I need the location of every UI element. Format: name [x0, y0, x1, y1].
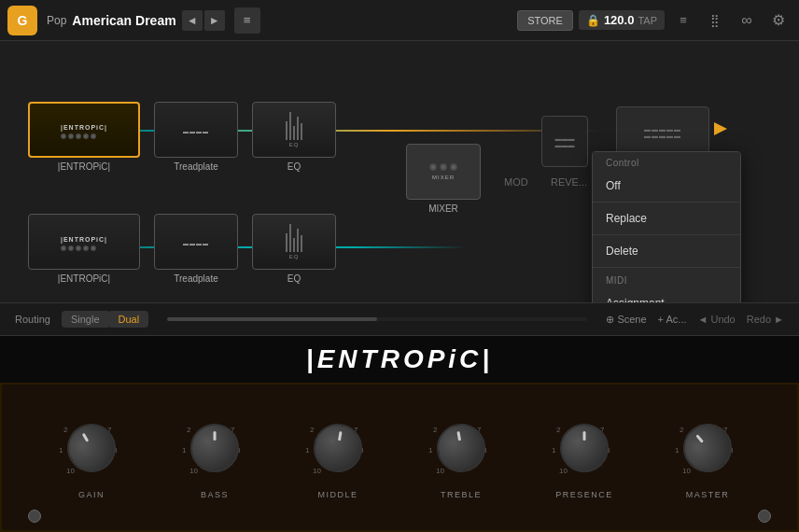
routing-label: Routing: [15, 314, 50, 325]
svg-text:1: 1: [59, 446, 63, 455]
lock-icon: 🔒: [586, 14, 600, 27]
svg-text:10: 10: [313, 467, 321, 475]
reverb-label: REVE...: [551, 176, 587, 188]
signal-chain: |ENTROPiC| |ENTROPiC| ▬▬▬▬ Treadplate: [0, 41, 799, 302]
master-knob-scale: 2 7 1 8 10: [675, 415, 740, 481]
routing-slider[interactable]: [167, 317, 587, 321]
entropic-top-label: |ENTROPiC|: [58, 161, 110, 172]
gain-knob-group: 2 7 1 8 10 GAIN: [59, 415, 124, 499]
gain-label: GAIN: [78, 490, 105, 499]
ctx-divider-3: [593, 267, 740, 268]
entropic-bot-label: |ENTROPiC|: [58, 273, 110, 284]
add-button[interactable]: + Ac...: [658, 314, 687, 325]
next-preset-button[interactable]: ►: [204, 10, 225, 31]
mixer-label: MIXER: [428, 203, 458, 214]
settings-button[interactable]: ⚙: [765, 7, 792, 34]
preset-nav: ◄ ►: [182, 10, 225, 31]
app-logo: G: [7, 6, 37, 35]
middle-knob-scale: 2 7 1 8 10: [305, 415, 371, 481]
menu-button[interactable]: ≡: [234, 7, 260, 34]
cab-component[interactable]: ▬▬▬▬▬▬▬▬▬▬: [616, 106, 709, 158]
bass-knob-group: 2 7 1 8 10 BASS: [182, 415, 247, 499]
single-routing-button[interactable]: Single: [62, 311, 109, 328]
svg-text:2: 2: [310, 426, 315, 434]
treble-knob-scale: 2 7 1 8 10: [428, 415, 494, 481]
eq-top-label: EQ: [287, 161, 301, 172]
store-button[interactable]: STORE: [517, 10, 573, 31]
treble-knob-group: 2 7 1 8 10 TREBLE: [428, 415, 494, 499]
master-label: MASTER: [686, 490, 730, 499]
reverb-component[interactable]: ▬▬▬▬▬▬: [541, 116, 588, 167]
presence-label: PRESENCE: [555, 490, 613, 499]
amp-knobs-area: 2 7 1 8 10 GAIN 2 7 1 8 10: [0, 383, 799, 532]
list-icon: ≡: [680, 13, 687, 27]
entropic-bot[interactable]: |ENTROPiC| |ENTROPiC|: [28, 214, 140, 284]
svg-text:10: 10: [189, 467, 198, 475]
bass-label: BASS: [201, 490, 229, 499]
svg-text:2: 2: [433, 426, 438, 434]
svg-text:2: 2: [187, 426, 191, 434]
presence-knob[interactable]: [560, 424, 609, 472]
signal-arrow: [714, 122, 727, 135]
list-view-button[interactable]: ≡: [670, 7, 696, 34]
bass-knob-scale: 2 7 1 8 10: [182, 415, 247, 481]
svg-text:10: 10: [436, 467, 444, 475]
presence-knob-group: 2 7 1 8 10 PRESENCE: [552, 415, 617, 499]
logo-icon: G: [18, 13, 28, 28]
right-bypass-knob[interactable]: [758, 510, 771, 523]
ctx-divider-1: [593, 202, 740, 203]
ctx-off-item[interactable]: Off: [593, 172, 740, 200]
eq-bot[interactable]: EQ EQ: [252, 214, 336, 284]
undo-button[interactable]: ◄ Undo: [698, 314, 736, 325]
svg-text:1: 1: [675, 446, 680, 455]
infinity-icon: ∞: [741, 12, 751, 29]
middle-label: MIDDLE: [317, 490, 357, 499]
ctx-delete-item[interactable]: Delete: [593, 237, 740, 265]
bass-knob[interactable]: [190, 424, 239, 472]
eq-top[interactable]: EQ EQ: [252, 102, 336, 172]
ctx-divider-2: [593, 234, 740, 235]
amp-display: |ENTROPiC| 2 7 1 8 10 GAIN 2 7: [0, 336, 799, 532]
svg-text:2: 2: [63, 426, 68, 434]
redo-button[interactable]: Redo ►: [747, 314, 784, 325]
ctx-control-label: Control: [593, 152, 740, 172]
svg-text:1: 1: [182, 446, 187, 455]
middle-knob-group: 2 7 1 8 10 MIDDLE: [305, 415, 371, 499]
amp-header: |ENTROPiC|: [0, 336, 799, 383]
master-knob-group: 2 7 1 8 10 MASTER: [675, 415, 740, 499]
gain-knob-scale: 2 7 1 8 10: [59, 415, 124, 481]
svg-text:1: 1: [305, 446, 310, 455]
svg-text:1: 1: [428, 446, 433, 455]
svg-text:1: 1: [552, 446, 556, 455]
svg-text:2: 2: [680, 426, 684, 434]
svg-text:10: 10: [682, 467, 691, 475]
svg-text:10: 10: [66, 467, 75, 475]
treadplate-bot[interactable]: ▬▬▬▬ Treadplate: [154, 214, 238, 284]
dual-routing-button[interactable]: Dual: [109, 311, 149, 328]
entropic-top[interactable]: |ENTROPiC| |ENTROPiC|: [28, 102, 140, 172]
ctx-assignment-item[interactable]: Assignment: [593, 289, 740, 302]
settings-icon: ⚙: [772, 11, 785, 29]
presence-knob-scale: 2 7 1 8 10: [552, 415, 617, 481]
top-bar: G Pop American Dream ◄ ► ≡ STORE 🔒 120.0…: [0, 0, 799, 41]
treble-label: TREBLE: [441, 490, 482, 499]
mod-label: MOD: [504, 176, 528, 188]
bars-view-button[interactable]: ⣿: [702, 7, 728, 34]
svg-text:2: 2: [556, 426, 561, 434]
infinity-button[interactable]: ∞: [734, 7, 760, 34]
treadplate-top-label: Treadplate: [174, 161, 217, 172]
prev-preset-button[interactable]: ◄: [182, 10, 203, 31]
tap-button[interactable]: TAP: [638, 15, 657, 26]
eq-bot-label: EQ: [287, 273, 301, 284]
mixer[interactable]: MIXER MIXER: [406, 144, 481, 214]
ctx-midi-label: MIDI: [593, 270, 740, 289]
scene-button[interactable]: ⊕ Scene: [606, 314, 646, 326]
bars-icon: ⣿: [710, 13, 720, 27]
treadplate-top[interactable]: ▬▬▬▬ Treadplate: [154, 102, 238, 172]
amp-brand: |ENTROPiC|: [306, 344, 493, 374]
left-bypass-knob[interactable]: [28, 510, 41, 523]
routing-bar: Routing Single Dual ⊕ Scene + Ac... ◄ Un…: [0, 302, 799, 336]
context-menu: Control Off Replace Delete MIDI Assignme…: [592, 151, 741, 302]
ctx-replace-item[interactable]: Replace: [593, 204, 740, 232]
preset-name: American Dream: [72, 13, 175, 28]
